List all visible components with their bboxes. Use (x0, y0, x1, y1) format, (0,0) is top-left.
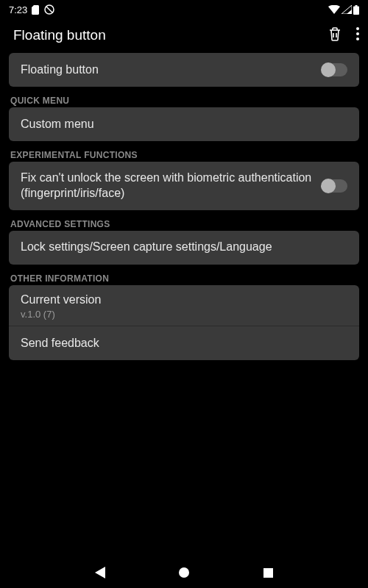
svg-rect-8 (263, 568, 273, 578)
lock-settings-label: Lock settings/Screen capture settings/La… (21, 240, 339, 255)
svg-rect-2 (353, 6, 359, 15)
custom-menu-label: Custom menu (21, 117, 339, 132)
home-button[interactable] (175, 564, 193, 581)
status-bar: 7:23 (0, 0, 368, 18)
battery-icon (353, 5, 359, 15)
current-version-value: v.1.0 (7) (21, 309, 339, 320)
status-left: 7:23 (9, 4, 54, 15)
lock-settings-row[interactable]: Lock settings/Screen capture settings/La… (9, 231, 359, 265)
svg-point-7 (179, 567, 189, 578)
sd-card-icon (32, 5, 40, 15)
biometric-fix-label: Fix can't unlock the screen with biometr… (21, 171, 314, 201)
page-title: Floating button (13, 27, 106, 43)
floating-button-switch[interactable] (322, 63, 347, 76)
back-button[interactable] (91, 564, 109, 581)
floating-button-label: Floating button (21, 62, 314, 78)
navigation-bar (0, 557, 368, 588)
section-header-other-info: OTHER INFORMATION (9, 269, 359, 285)
section-header-quick-menu: QUICK MENU (9, 91, 359, 107)
recent-apps-button[interactable] (259, 564, 277, 581)
advanced-card: Lock settings/Screen capture settings/La… (9, 231, 359, 265)
svg-line-1 (46, 7, 52, 12)
other-info-card: Current version v.1.0 (7) Send feedback (9, 285, 359, 361)
svg-rect-3 (355, 5, 358, 7)
biometric-fix-switch[interactable] (322, 179, 347, 193)
current-version-row[interactable]: Current version v.1.0 (7) (9, 285, 359, 326)
custom-menu-row[interactable]: Custom menu (9, 107, 359, 141)
floating-button-row[interactable]: Floating button (9, 53, 359, 87)
signal-icon (342, 5, 352, 14)
status-time: 7:23 (9, 4, 27, 15)
content: Floating button QUICK MENU Custom menu E… (0, 53, 368, 360)
send-feedback-label: Send feedback (21, 336, 339, 351)
app-bar: Floating button (0, 18, 368, 53)
more-icon[interactable] (356, 27, 359, 43)
delete-icon[interactable] (328, 26, 342, 44)
svg-point-4 (356, 27, 359, 30)
send-feedback-row[interactable]: Send feedback (9, 326, 359, 360)
quick-menu-card: Custom menu (9, 107, 359, 141)
floating-button-card: Floating button (9, 53, 359, 87)
svg-point-6 (356, 37, 359, 40)
section-header-experimental: EXPERIMENTAL FUNCTIONS (9, 146, 359, 162)
biometric-fix-row[interactable]: Fix can't unlock the screen with biometr… (9, 162, 359, 210)
status-right (328, 5, 359, 15)
app-bar-actions (328, 26, 359, 44)
wifi-icon (328, 5, 340, 14)
section-header-advanced: ADVANCED SETTINGS (9, 215, 359, 231)
experimental-card: Fix can't unlock the screen with biometr… (9, 162, 359, 210)
do-not-disturb-icon (44, 4, 54, 15)
current-version-label: Current version (21, 293, 339, 308)
svg-point-5 (356, 32, 359, 35)
